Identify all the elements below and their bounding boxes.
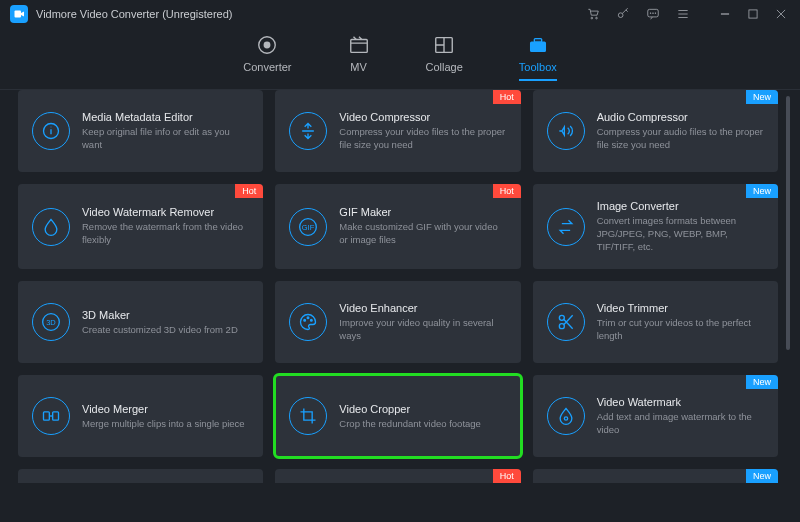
scissors-icon	[547, 303, 585, 341]
tool-card-video-merger[interactable]: Video MergerMerge multiple clips into a …	[18, 375, 263, 457]
cart-icon[interactable]	[586, 7, 600, 21]
tool-card-peek[interactable]: Hot	[275, 469, 520, 483]
badge-new: New	[746, 469, 778, 483]
tab-mv[interactable]: MV	[348, 34, 370, 73]
info-icon	[32, 112, 70, 150]
svg-rect-0	[15, 11, 22, 18]
tool-card-video-trimmer[interactable]: Video TrimmerTrim or cut your videos to …	[533, 281, 778, 363]
svg-rect-11	[350, 40, 367, 53]
tool-card-video-cropper[interactable]: Video CropperCrop the redundant video fo…	[275, 375, 520, 457]
tool-desc: Compress your video files to the proper …	[339, 126, 506, 152]
tool-card-gif-maker[interactable]: HotGIF MakerMake customized GIF with you…	[275, 184, 520, 269]
tool-card-video-watermark[interactable]: NewVideo WatermarkAdd text and image wat…	[533, 375, 778, 457]
tool-grid: Media Metadata EditorKeep original file …	[18, 90, 778, 512]
tool-card-3d-maker[interactable]: 3D MakerCreate customized 3D video from …	[18, 281, 263, 363]
tool-card-media-metadata-editor[interactable]: Media Metadata EditorKeep original file …	[18, 90, 263, 172]
tool-card-peek[interactable]: New	[533, 469, 778, 483]
tool-card-peek[interactable]	[18, 469, 263, 483]
tool-desc: Keep original file info or edit as you w…	[82, 126, 249, 152]
minimize-icon[interactable]	[718, 7, 732, 21]
tool-title: Video Enhancer	[339, 302, 506, 314]
tab-label: Collage	[426, 61, 463, 73]
svg-point-10	[265, 42, 271, 48]
compress-v-icon	[289, 112, 327, 150]
svg-rect-14	[534, 39, 541, 43]
tool-desc: Create customized 3D video from 2D	[82, 324, 249, 337]
svg-point-5	[650, 13, 651, 14]
tab-label: Converter	[243, 61, 291, 73]
tool-desc: Crop the redundant video footage	[339, 418, 506, 431]
tool-title: Video Merger	[82, 403, 249, 415]
svg-point-3	[618, 13, 623, 18]
titlebar: Vidmore Video Converter (Unregistered)	[0, 0, 800, 28]
badge-new: New	[746, 184, 778, 198]
tool-title: Video Watermark	[597, 396, 764, 408]
badge-new: New	[746, 375, 778, 389]
tool-title: 3D Maker	[82, 309, 249, 321]
tool-card-video-enhancer[interactable]: Video EnhancerImprove your video quality…	[275, 281, 520, 363]
swap-icon	[547, 208, 585, 246]
badge-hot: Hot	[493, 184, 521, 198]
svg-point-6	[653, 13, 654, 14]
tool-card-video-compressor[interactable]: HotVideo CompressorCompress your video f…	[275, 90, 520, 172]
app-title: Vidmore Video Converter (Unregistered)	[36, 8, 232, 20]
tool-desc: Compress your audio files to the proper …	[597, 126, 764, 152]
tool-title: Audio Compressor	[597, 111, 764, 123]
tool-desc: Improve your video quality in several wa…	[339, 317, 506, 343]
svg-rect-13	[530, 42, 545, 51]
svg-rect-8	[749, 10, 757, 18]
tool-title: Image Converter	[597, 200, 764, 212]
compress-a-icon	[547, 112, 585, 150]
badge-hot: Hot	[235, 184, 263, 198]
tab-collage[interactable]: Collage	[426, 34, 463, 73]
svg-point-1	[591, 17, 593, 19]
tool-card-video-watermark-remover[interactable]: HotVideo Watermark RemoverRemove the wat…	[18, 184, 263, 269]
nav-tabs: Converter MV Collage Toolbox	[0, 28, 800, 82]
scrollbar[interactable]	[786, 96, 790, 506]
maximize-icon[interactable]	[746, 7, 760, 21]
merge-icon	[32, 397, 70, 435]
svg-point-7	[655, 13, 656, 14]
tab-converter[interactable]: Converter	[243, 34, 291, 73]
scrollbar-thumb[interactable]	[786, 96, 790, 350]
tool-desc: Remove the watermark from the video flex…	[82, 221, 249, 247]
tool-desc: Merge multiple clips into a single piece	[82, 418, 249, 431]
menu-icon[interactable]	[676, 7, 690, 21]
badge-new: New	[746, 90, 778, 104]
feedback-icon[interactable]	[646, 7, 660, 21]
tool-card-image-converter[interactable]: NewImage ConverterConvert images formats…	[533, 184, 778, 269]
close-icon[interactable]	[774, 7, 788, 21]
water-icon	[547, 397, 585, 435]
key-icon[interactable]	[616, 7, 630, 21]
tool-title: Video Cropper	[339, 403, 506, 415]
tool-title: Video Watermark Remover	[82, 206, 249, 218]
tool-desc: Add text and image watermark to the vide…	[597, 411, 764, 437]
svg-point-2	[596, 17, 598, 19]
tool-desc: Convert images formats between JPG/JPEG,…	[597, 215, 764, 253]
tool-title: GIF Maker	[339, 206, 506, 218]
tool-title: Video Trimmer	[597, 302, 764, 314]
3d-icon	[32, 303, 70, 341]
tab-label: MV	[350, 61, 367, 73]
tool-card-audio-compressor[interactable]: NewAudio CompressorCompress your audio f…	[533, 90, 778, 172]
tool-title: Media Metadata Editor	[82, 111, 249, 123]
app-logo	[10, 5, 28, 23]
gif-icon	[289, 208, 327, 246]
tool-desc: Make customized GIF with your video or i…	[339, 221, 506, 247]
palette-icon	[289, 303, 327, 341]
droplet-icon	[32, 208, 70, 246]
tool-desc: Trim or cut your videos to the perfect l…	[597, 317, 764, 343]
crop-icon	[289, 397, 327, 435]
tab-label: Toolbox	[519, 61, 557, 73]
badge-hot: Hot	[493, 90, 521, 104]
tool-title: Video Compressor	[339, 111, 506, 123]
tab-toolbox[interactable]: Toolbox	[519, 34, 557, 73]
badge-hot: Hot	[493, 469, 521, 483]
